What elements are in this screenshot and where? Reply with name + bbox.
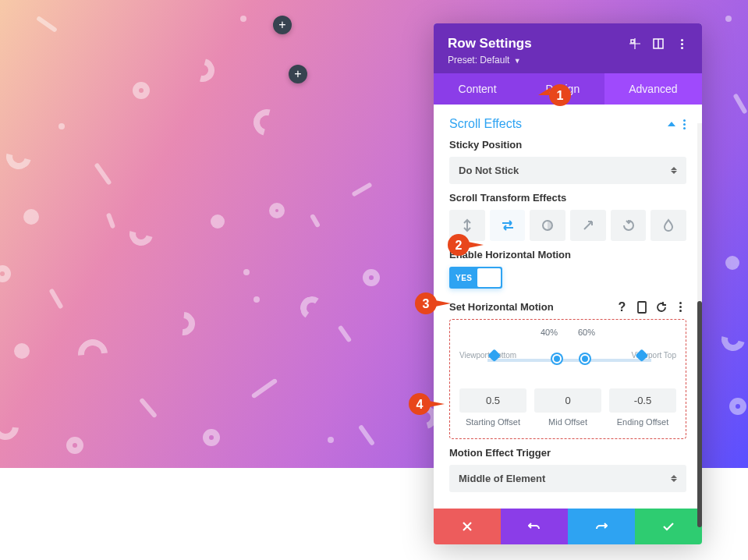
ending-offset-input[interactable]: -0.5 bbox=[609, 388, 676, 413]
enable-horizontal-motion-toggle[interactable]: YES bbox=[449, 267, 502, 289]
motion-mid-right-handle[interactable] bbox=[580, 354, 590, 363]
modal-header: Row Settings Preset: Default ▼ bbox=[434, 23, 702, 73]
expand-modal-icon[interactable] bbox=[652, 37, 665, 50]
motion-range-left: 40% bbox=[541, 328, 558, 337]
motion-range-slider[interactable]: Viewport Bottom Viewport Top bbox=[459, 342, 676, 377]
select-arrows-icon bbox=[671, 475, 677, 482]
add-row-button[interactable]: + bbox=[289, 65, 307, 83]
tab-design[interactable]: Design bbox=[521, 73, 604, 105]
modal-scrollbar[interactable] bbox=[697, 123, 702, 504]
ending-offset-label: Ending Offset bbox=[609, 417, 676, 427]
drag-handle-icon[interactable] bbox=[629, 37, 641, 50]
mid-offset-input[interactable]: 0 bbox=[534, 388, 601, 413]
help-icon[interactable]: ? bbox=[616, 301, 628, 313]
option-menu-icon[interactable] bbox=[675, 301, 686, 313]
undo-button[interactable] bbox=[501, 509, 568, 544]
motion-effect-trigger-select[interactable]: Middle of Element bbox=[449, 465, 686, 492]
toggle-label: YES bbox=[449, 274, 473, 282]
collapse-section-icon[interactable] bbox=[668, 122, 675, 126]
motion-mid-left-handle[interactable] bbox=[552, 354, 562, 363]
fade-effect-button[interactable] bbox=[530, 210, 565, 241]
sticky-position-label: Sticky Position bbox=[449, 139, 686, 151]
modal-body: Scroll Effects Sticky Position Do Not St… bbox=[434, 105, 702, 509]
motion-effect-trigger-label: Motion Effect Trigger bbox=[449, 447, 686, 459]
modal-tabs: Content Design Advanced bbox=[434, 73, 702, 105]
preset-label: Preset: bbox=[448, 55, 477, 66]
select-arrows-icon bbox=[671, 167, 677, 174]
tab-content[interactable]: Content bbox=[434, 73, 521, 105]
vertical-motion-effect-button[interactable] bbox=[449, 210, 485, 241]
redo-icon bbox=[595, 520, 608, 533]
save-button[interactable] bbox=[635, 509, 702, 544]
rotate-effect-button[interactable] bbox=[611, 210, 647, 241]
preset-selector[interactable]: Preset: Default ▼ bbox=[448, 55, 688, 66]
sticky-position-select[interactable]: Do Not Stick bbox=[449, 157, 686, 184]
mid-offset-label: Mid Offset bbox=[534, 417, 601, 427]
blur-effect-button[interactable] bbox=[651, 210, 686, 241]
modal-footer bbox=[434, 509, 702, 544]
horizontal-motion-panel: 40% 60% Viewport Bottom Viewport Top 0.5… bbox=[449, 319, 686, 439]
undo-icon bbox=[528, 520, 541, 533]
caret-down-icon: ▼ bbox=[514, 57, 521, 65]
svg-rect-0 bbox=[631, 40, 634, 43]
sticky-position-value: Do Not Stick bbox=[459, 165, 519, 176]
add-section-button[interactable]: + bbox=[273, 16, 292, 34]
scale-effect-button[interactable] bbox=[570, 210, 606, 241]
reset-icon[interactable] bbox=[655, 301, 667, 313]
close-icon bbox=[462, 521, 473, 532]
enable-horizontal-motion-label: Enable Horizontal Motion bbox=[449, 249, 686, 261]
section-title-scroll-effects: Scroll Effects bbox=[449, 117, 522, 131]
motion-range-right: 60% bbox=[578, 328, 595, 337]
scrollbar-thumb[interactable] bbox=[697, 301, 702, 527]
scroll-transform-label: Scroll Transform Effects bbox=[449, 192, 686, 204]
modal-title: Row Settings bbox=[448, 36, 532, 51]
row-settings-modal: Row Settings Preset: Default ▼ Co bbox=[434, 23, 702, 544]
toggle-knob bbox=[477, 268, 501, 287]
cancel-button[interactable] bbox=[434, 509, 501, 544]
modal-menu-icon[interactable] bbox=[675, 37, 688, 50]
starting-offset-label: Starting Offset bbox=[459, 417, 526, 427]
svg-rect-4 bbox=[638, 302, 646, 313]
section-menu-icon[interactable] bbox=[683, 119, 686, 129]
preset-value: Default bbox=[480, 55, 509, 66]
tab-advanced[interactable]: Advanced bbox=[604, 73, 702, 105]
set-horizontal-motion-label: Set Horizontal Motion bbox=[449, 301, 554, 313]
responsive-icon[interactable] bbox=[636, 301, 647, 313]
starting-offset-input[interactable]: 0.5 bbox=[459, 388, 526, 413]
motion-effect-trigger-value: Middle of Element bbox=[459, 473, 545, 484]
horizontal-motion-effect-button[interactable] bbox=[490, 210, 526, 241]
redo-button[interactable] bbox=[568, 509, 635, 544]
check-icon bbox=[662, 520, 675, 533]
scroll-transform-effects bbox=[449, 210, 686, 241]
